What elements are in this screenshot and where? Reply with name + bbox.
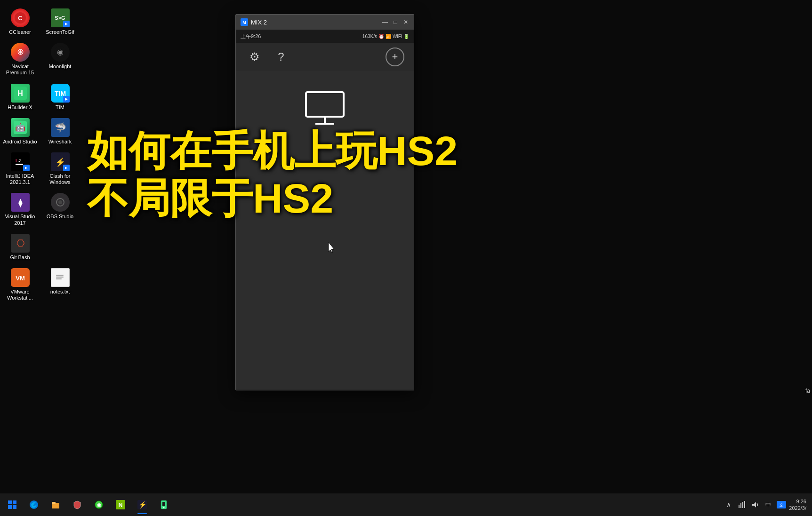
taskbar-emulator-icon[interactable] — [153, 494, 174, 515]
desktop-icon-gitbash[interactable]: ⎔ Git Bash — [0, 230, 40, 264]
desktop-icon-navicat[interactable]: ⊛ Navicat Premium 15 — [0, 39, 40, 79]
svg-text:◉: ◉ — [97, 502, 101, 508]
taskbar: ◉ N ⚡ ∧ 中 文 — [0, 493, 812, 516]
mix2-window: M MIX 2 — □ ✕ 上午9:26 163K/s ⏰ 📶 WiFi 🔋 ⚙ — [235, 14, 414, 390]
tray-show-hidden[interactable]: ∧ — [723, 499, 734, 510]
clock-time: 9:26 — [789, 498, 806, 505]
help-button[interactable]: ? — [272, 48, 290, 66]
tray-ime[interactable]: 文 — [776, 499, 787, 510]
desktop-icon-screentogif[interactable]: S>G ▶ ScreenToGif — [40, 5, 80, 39]
taskbar-nvidia-icon[interactable]: N — [110, 494, 131, 515]
svg-rect-31 — [56, 277, 64, 278]
tray-network[interactable] — [736, 499, 748, 510]
icon-row-7: ⎔ Git Bash — [0, 230, 80, 264]
hbuilder-label: HBuilder X — [8, 104, 32, 111]
desktop-icon-tim[interactable]: TIM ▶ TIM — [40, 80, 80, 114]
svg-rect-44 — [52, 502, 56, 504]
svg-point-53 — [163, 507, 165, 508]
obs-label: OBS Studio — [47, 214, 73, 220]
moonlight-label: Moonlight — [49, 64, 72, 70]
ccleaner-label: CCleaner — [9, 29, 31, 35]
icon-row-5: IJ ▶ IntelliJ IDEA 2021.3.1 ⚡ ▶ Clash fo… — [0, 149, 80, 189]
android-label: Android Studio — [3, 139, 37, 145]
desktop-icons-container: C CCleaner S>G ▶ ScreenToGif ⊛ Navicat P… — [0, 0, 80, 310]
desktop-icon-vmware[interactable]: VM VMware Workstati... — [0, 264, 40, 305]
svg-text:H: H — [17, 89, 23, 97]
svg-rect-41 — [13, 505, 16, 509]
status-battery-icon: 🔋 — [403, 34, 409, 39]
phone-app-toolbar: ⚙ ? + — [236, 43, 414, 71]
clash-label: Clash for Windows — [42, 173, 78, 185]
desktop-icon-clash[interactable]: ⚡ ▶ Clash for Windows — [40, 149, 80, 189]
taskbar-monitor-icon[interactable]: ◉ — [88, 494, 109, 515]
phone-content-area — [236, 71, 414, 390]
taskbar-clash-icon[interactable]: ⚡ — [132, 494, 153, 515]
navicat-label: Navicat Premium 15 — [2, 64, 38, 76]
svg-text:M: M — [242, 20, 246, 25]
icon-row-8: VM VMware Workstati... notes.txt — [0, 264, 80, 305]
svg-text:🤖: 🤖 — [15, 122, 26, 133]
tray-keyboard-zh[interactable]: 中 — [763, 499, 774, 510]
svg-text:文: 文 — [779, 502, 784, 508]
svg-rect-38 — [8, 500, 12, 504]
add-button[interactable]: + — [386, 48, 404, 66]
status-time: 上午9:26 — [241, 33, 362, 40]
svg-text:⚡: ⚡ — [138, 501, 147, 509]
svg-rect-30 — [56, 275, 64, 276]
desktop-icon-moonlight[interactable]: ◉ Moonlight — [40, 39, 80, 79]
svg-text:⊛: ⊛ — [16, 47, 24, 56]
svg-text:🦈: 🦈 — [54, 122, 66, 133]
window-controls: — □ ✕ — [382, 19, 409, 25]
window-titlebar[interactable]: M MIX 2 — □ ✕ — [236, 15, 414, 30]
svg-rect-56 — [742, 502, 743, 508]
minimize-button[interactable]: — — [382, 19, 388, 25]
desktop-icon-hbuilder[interactable]: H HBuilder X — [0, 80, 40, 114]
phone-status-bar: 上午9:26 163K/s ⏰ 📶 WiFi 🔋 — [236, 30, 414, 43]
monitor-icon — [301, 90, 348, 127]
desktop-icon-visual[interactable]: ⧫ Visual Studio 2017 — [0, 189, 40, 230]
taskbar-tray: ∧ 中 文 9:26 2022/3/ — [723, 498, 810, 512]
taskbar-explorer-icon[interactable] — [45, 494, 66, 515]
svg-rect-52 — [162, 502, 165, 506]
icon-row-4: 🤖 Android Studio 🦈 Wireshark — [0, 114, 80, 149]
desktop: C CCleaner S>G ▶ ScreenToGif ⊛ Navicat P… — [0, 0, 812, 516]
close-button[interactable]: ✕ — [402, 19, 409, 25]
screentogif-symbol: S>G — [55, 15, 65, 21]
svg-text:⧫: ⧫ — [18, 198, 22, 208]
monitor-icon-container — [301, 90, 348, 127]
desktop-icon-ccleaner[interactable]: C CCleaner — [0, 5, 40, 39]
desktop-icon-notes[interactable]: notes.txt — [40, 264, 80, 305]
svg-text:VM: VM — [16, 275, 25, 282]
svg-text:J: J — [18, 158, 21, 163]
tray-volume[interactable] — [749, 499, 761, 510]
notes-label: notes.txt — [50, 289, 70, 295]
intellij-label: IntelliJ IDEA 2021.3.1 — [2, 173, 38, 185]
desktop-icon-wireshark[interactable]: 🦈 Wireshark — [40, 114, 80, 149]
svg-rect-55 — [740, 503, 741, 508]
taskbar-security-icon[interactable] — [67, 494, 88, 515]
vmware-label: VMware Workstati... — [2, 289, 38, 301]
taskbar-windows-button[interactable] — [2, 494, 23, 515]
svg-text:N: N — [119, 502, 123, 508]
svg-rect-39 — [13, 500, 16, 504]
desktop-icon-intellij[interactable]: IJ ▶ IntelliJ IDEA 2021.3.1 — [0, 149, 40, 189]
desktop-icon-android[interactable]: 🤖 Android Studio — [0, 114, 40, 149]
svg-text:⎔: ⎔ — [16, 238, 24, 248]
status-right: 163K/s ⏰ 📶 WiFi 🔋 — [362, 34, 409, 39]
taskbar-edge-icon[interactable] — [24, 494, 44, 515]
svg-rect-17 — [16, 164, 23, 165]
gitbash-label: Git Bash — [10, 254, 30, 261]
desktop-icon-obs[interactable]: OBS Studio — [40, 189, 80, 230]
window-title: MIX 2 — [251, 19, 382, 26]
status-speed: 163K/s — [362, 34, 377, 39]
status-wifi-icon: WiFi — [393, 34, 402, 39]
svg-rect-32 — [56, 278, 62, 279]
mix2-app-icon: M — [241, 18, 248, 26]
svg-rect-57 — [744, 501, 745, 508]
settings-button[interactable]: ⚙ — [245, 48, 264, 66]
wireshark-label: Wireshark — [48, 139, 72, 145]
status-clock-icon: ⏰ — [378, 34, 384, 39]
svg-rect-54 — [739, 505, 740, 508]
svg-text:I: I — [16, 158, 17, 163]
maximize-button[interactable]: □ — [392, 19, 399, 25]
